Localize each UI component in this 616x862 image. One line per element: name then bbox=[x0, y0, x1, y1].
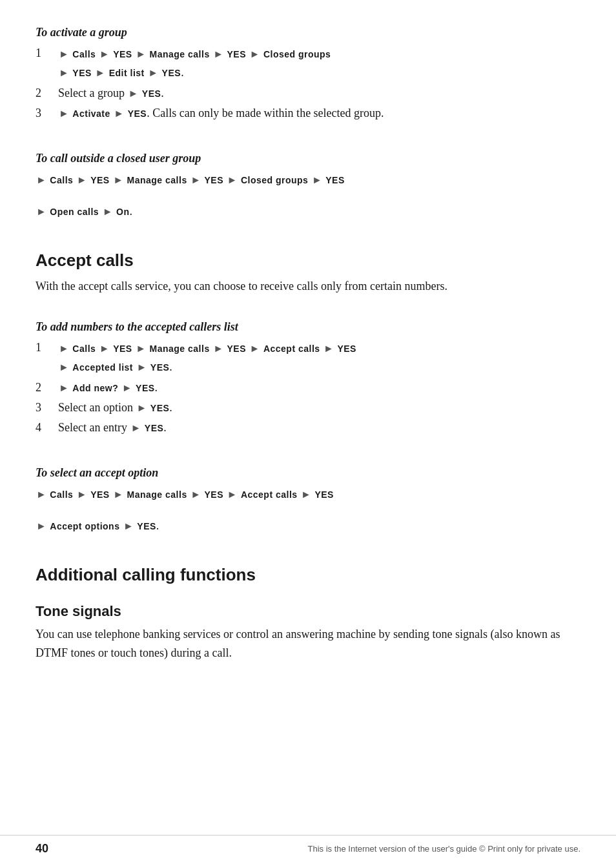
edit-list-key: Edit list bbox=[109, 68, 145, 78]
yes-key: YES bbox=[150, 403, 170, 413]
list-num-3: 3 bbox=[36, 105, 58, 122]
add-list-content-4: Select an entry ► YES. bbox=[58, 419, 580, 436]
arrow-icon: ► bbox=[130, 422, 141, 433]
list-content-3: ► Activate ► YES. Calls can only be made… bbox=[58, 105, 580, 122]
additional-heading: Additional calling functions bbox=[36, 565, 580, 585]
add-new-key: Add new? bbox=[72, 383, 118, 393]
arrow-icon: ► bbox=[99, 48, 110, 59]
step1-line1: ► Calls ► YES ► Manage calls ► YES ► Clo… bbox=[58, 45, 580, 63]
section-title-select-accept: To select an accept option bbox=[36, 466, 580, 480]
arrow-icon: ► bbox=[59, 108, 69, 119]
open-calls-key: Open calls bbox=[50, 207, 99, 217]
manage-calls-key: Manage calls bbox=[150, 344, 210, 354]
yes-key: YES bbox=[136, 383, 155, 393]
accept-calls-body: With the accept calls service, you can c… bbox=[36, 277, 580, 296]
on-key: On bbox=[116, 207, 129, 217]
list-num-1: 1 bbox=[36, 45, 58, 82]
calls-key: Calls bbox=[50, 489, 73, 500]
select-accept-block: ► Calls ► YES ► Manage calls ► YES ► Acc… bbox=[36, 485, 580, 536]
add-list-content-2: ► Add new? ► YES. bbox=[58, 379, 580, 396]
yes-key: YES bbox=[227, 49, 247, 59]
page-number: 40 bbox=[36, 842, 48, 856]
add-numbers-list: 1 ► Calls ► YES ► Manage calls ► YES ► A… bbox=[36, 339, 580, 436]
arrow-icon: ► bbox=[36, 520, 46, 531]
arrow-icon: ► bbox=[77, 489, 87, 500]
footer-note: This is the Internet version of the user… bbox=[308, 844, 581, 854]
list-item-3: 3 ► Activate ► YES. Calls can only be ma… bbox=[36, 105, 580, 122]
yes-key: YES bbox=[113, 344, 132, 354]
yes-key: YES bbox=[337, 344, 356, 354]
arrow-icon: ► bbox=[95, 67, 105, 78]
closed-groups-key: Closed groups bbox=[241, 175, 309, 185]
calls-key: Calls bbox=[72, 49, 96, 59]
yes-key: YES bbox=[145, 423, 164, 433]
yes-key: YES bbox=[113, 49, 132, 59]
closed-groups-key: Closed groups bbox=[263, 49, 331, 59]
yes-key: YES bbox=[90, 489, 110, 500]
manage-calls-key: Manage calls bbox=[150, 49, 210, 59]
arrow-icon: ► bbox=[103, 206, 113, 217]
section-accept-calls: Accept calls With the accept calls servi… bbox=[36, 251, 580, 296]
list-num-4: 4 bbox=[36, 419, 58, 436]
section-title-activate-group: To activate a group bbox=[36, 26, 580, 39]
arrow-icon: ► bbox=[312, 174, 322, 185]
arrow-icon: ► bbox=[59, 382, 69, 393]
manage-calls-key: Manage calls bbox=[127, 175, 187, 185]
step1-line2: ► YES ► Edit list ► YES. bbox=[58, 63, 580, 82]
accept-calls-key: Accept calls bbox=[241, 489, 298, 500]
list-num-1: 1 bbox=[36, 339, 58, 376]
arrow-icon: ► bbox=[136, 402, 147, 413]
arrow-icon: ► bbox=[59, 362, 69, 373]
accept-calls-key: Accept calls bbox=[263, 344, 320, 354]
yes-key: YES bbox=[205, 489, 224, 500]
activate-key: Activate bbox=[72, 108, 110, 119]
arrow-icon: ► bbox=[123, 520, 134, 531]
section-title-add-numbers: To add numbers to the accepted callers l… bbox=[36, 320, 580, 334]
arrow-icon: ► bbox=[122, 382, 132, 393]
add-list-item-4: 4 Select an entry ► YES. bbox=[36, 419, 580, 436]
arrow-icon: ► bbox=[301, 489, 311, 500]
list-item-1: 1 ► Calls ► YES ► Manage calls ► YES ► C… bbox=[36, 45, 580, 82]
arrow-icon: ► bbox=[36, 174, 46, 185]
section-activate-group: To activate a group 1 ► Calls ► YES ► Ma… bbox=[36, 26, 580, 122]
arrow-icon: ► bbox=[148, 67, 158, 78]
yes-key: YES bbox=[150, 362, 170, 373]
add-list-content-3: Select an option ► YES. bbox=[58, 399, 580, 416]
list-num-3: 3 bbox=[36, 399, 58, 416]
accept-calls-heading: Accept calls bbox=[36, 251, 580, 271]
yes-key: YES bbox=[90, 175, 110, 185]
arrow-icon: ► bbox=[190, 489, 201, 500]
divider-5 bbox=[36, 553, 580, 565]
yes-key: YES bbox=[72, 68, 92, 78]
activate-group-list: 1 ► Calls ► YES ► Manage calls ► YES ► C… bbox=[36, 45, 580, 122]
calls-key: Calls bbox=[50, 175, 73, 185]
section-call-outside: To call outside a closed user group ► Ca… bbox=[36, 152, 580, 221]
yes-key: YES bbox=[162, 68, 181, 78]
page-content: To activate a group 1 ► Calls ► YES ► Ma… bbox=[0, 0, 616, 732]
arrow-icon: ► bbox=[213, 48, 223, 59]
list-item-2: 2 Select a group ► YES. bbox=[36, 85, 580, 102]
yes-key: YES bbox=[325, 175, 345, 185]
arrow-icon: ► bbox=[113, 489, 123, 500]
list-num-2: 2 bbox=[36, 85, 58, 102]
add-list-item-2: 2 ► Add new? ► YES. bbox=[36, 379, 580, 396]
arrow-icon: ► bbox=[227, 489, 238, 500]
list-content-1: ► Calls ► YES ► Manage calls ► YES ► Clo… bbox=[58, 45, 580, 82]
add-list-content-1: ► Calls ► YES ► Manage calls ► YES ► Acc… bbox=[58, 339, 580, 376]
divider-3 bbox=[36, 314, 580, 320]
list-content-2: Select a group ► YES. bbox=[58, 85, 580, 102]
yes-key: YES bbox=[205, 175, 224, 185]
arrow-icon: ► bbox=[36, 206, 46, 217]
add-list-item-3: 3 Select an option ► YES. bbox=[36, 399, 580, 416]
arrow-icon: ► bbox=[77, 174, 87, 185]
arrow-icon: ► bbox=[136, 48, 146, 59]
accept-options-key: Accept options bbox=[50, 521, 119, 531]
arrow-icon: ► bbox=[190, 174, 201, 185]
add-step1-line1: ► Calls ► YES ► Manage calls ► YES ► Acc… bbox=[58, 339, 580, 358]
arrow-icon: ► bbox=[59, 343, 69, 354]
divider-4 bbox=[36, 455, 580, 466]
section-tone-signals: Tone signals You can use telephone banki… bbox=[36, 603, 580, 662]
accepted-list-key: Accepted list bbox=[72, 362, 133, 373]
divider-1 bbox=[36, 140, 580, 152]
tone-signals-body: You can use telephone banking services o… bbox=[36, 625, 580, 662]
